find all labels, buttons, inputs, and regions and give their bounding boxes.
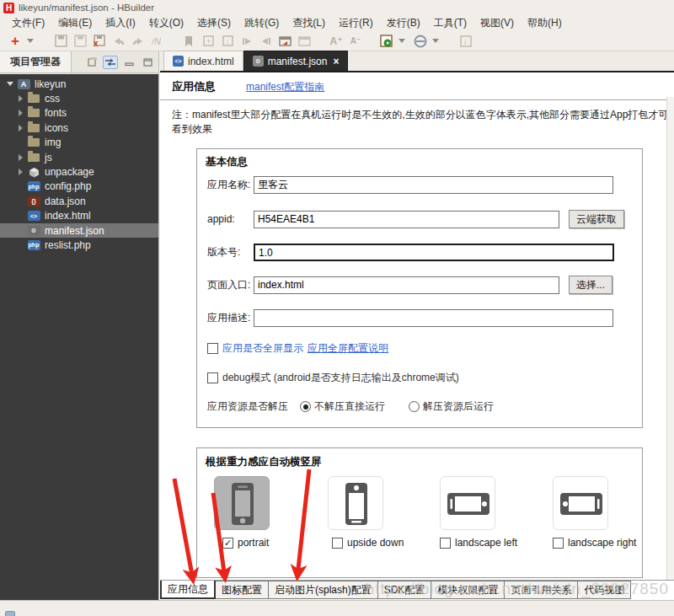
- bookmark-icon[interactable]: [180, 34, 197, 49]
- minimize-panel-icon[interactable]: [121, 56, 136, 69]
- fullscreen-guide-link[interactable]: 应用全屏配置说明: [308, 341, 388, 356]
- save-icon[interactable]: [52, 34, 69, 49]
- format-code-icon[interactable]: /N: [149, 34, 166, 49]
- tree-item-manifest-json[interactable]: ⚙ manifest.json: [0, 223, 158, 238]
- expander-icon[interactable]: [5, 82, 15, 86]
- menu-bar: 文件(F) 编辑(E) 插入(I) 转义(O) 选择(S) 跳转(G) 查找(L…: [0, 15, 674, 31]
- upside-down-label: upside down: [347, 537, 404, 549]
- run-icon[interactable]: [378, 34, 395, 49]
- new-caret-icon[interactable]: [27, 39, 34, 43]
- browser-preview-icon[interactable]: [412, 34, 429, 49]
- menu-file[interactable]: 文件(F): [5, 14, 51, 32]
- choose-entry-button[interactable]: 选择...: [569, 276, 612, 294]
- tree-item-img[interactable]: img: [0, 136, 158, 150]
- landscape-right-tile[interactable]: [553, 476, 608, 530]
- run-without-unzip-label: 不解压直接运行: [314, 399, 385, 414]
- tree-item-js[interactable]: js: [0, 150, 158, 164]
- title-bar: H likeyun/manifest.json - HBuilder: [0, 0, 674, 15]
- version-label: 版本号:: [207, 245, 254, 260]
- menu-find[interactable]: 查找(L): [286, 14, 332, 32]
- expander-icon[interactable]: [15, 125, 25, 131]
- switch-window-icon[interactable]: [297, 34, 313, 49]
- new-plus-icon[interactable]: +: [7, 34, 24, 49]
- jump-next-icon[interactable]: [258, 34, 275, 49]
- menu-view[interactable]: 视图(V): [473, 14, 521, 32]
- save-close-icon[interactable]: x: [91, 34, 108, 49]
- link-with-editor-icon[interactable]: [103, 56, 118, 69]
- font-increase-icon[interactable]: A⁺: [328, 34, 345, 49]
- tree-item-css[interactable]: css: [0, 91, 158, 105]
- jump-previous-icon[interactable]: [238, 34, 255, 49]
- content-scrollbar[interactable]: [666, 97, 674, 603]
- manifest-guide-link[interactable]: manifest配置指南: [246, 80, 324, 94]
- tab-sdk-config[interactable]: SDK配置: [378, 581, 432, 599]
- tab-manifest-json[interactable]: ⚙ manifest.json ×: [243, 51, 349, 71]
- tab-code-view[interactable]: 代码视图: [578, 581, 631, 599]
- maximize-panel-icon[interactable]: [140, 56, 155, 69]
- orientation-groupbox: 根据重力感应自动横竖屏: [196, 447, 643, 578]
- description-input[interactable]: [254, 309, 613, 327]
- expander-icon[interactable]: [15, 95, 25, 102]
- run-after-unzip-radio[interactable]: [409, 401, 420, 412]
- browser-caret-icon[interactable]: [432, 39, 439, 43]
- undo-icon[interactable]: [110, 34, 127, 49]
- run-after-unzip-label: 解压资源后运行: [423, 399, 494, 414]
- menu-help[interactable]: 帮助(H): [521, 14, 569, 32]
- import-file-icon[interactable]: ↓: [219, 34, 236, 49]
- fullscreen-checkbox[interactable]: [207, 343, 218, 354]
- new-file-icon[interactable]: +: [200, 34, 217, 49]
- html-file-icon: <>: [173, 56, 184, 67]
- appid-input[interactable]: [254, 211, 559, 228]
- run-without-unzip-radio[interactable]: [300, 401, 311, 412]
- open-in-window-icon[interactable]: [277, 34, 294, 49]
- tree-item-unpackage[interactable]: unpackage: [0, 164, 158, 179]
- cloud-fetch-button[interactable]: 云端获取: [569, 210, 624, 228]
- tree-item-reslist-php[interactable]: php reslist.php: [0, 238, 158, 252]
- expander-icon[interactable]: [15, 169, 25, 175]
- run-caret-icon[interactable]: [399, 39, 405, 43]
- menu-publish[interactable]: 发行(B): [380, 14, 427, 32]
- project-icon: A: [17, 78, 30, 89]
- about-info-icon[interactable]: i: [457, 34, 474, 49]
- expander-icon[interactable]: [15, 154, 25, 161]
- tree-item-index-html[interactable]: <> index.html: [0, 209, 158, 223]
- menu-escape[interactable]: 转义(O): [142, 14, 190, 32]
- tree-item-likeyun[interactable]: A likeyun: [0, 77, 158, 91]
- entry-page-input[interactable]: [254, 276, 559, 294]
- tree-item-config-php[interactable]: php config.php: [0, 179, 158, 194]
- tab-index-html[interactable]: <> index.html: [163, 51, 243, 71]
- collapse-all-icon[interactable]: [84, 56, 99, 69]
- menu-tools[interactable]: 工具(T): [427, 14, 473, 32]
- upside-down-checkbox[interactable]: [332, 538, 343, 549]
- landscape-left-tile[interactable]: [440, 476, 495, 530]
- expander-icon[interactable]: [15, 110, 25, 116]
- menu-edit[interactable]: 编辑(E): [51, 14, 99, 32]
- font-decrease-icon[interactable]: A⁻: [347, 34, 364, 49]
- project-manager-tab[interactable]: 项目管理器: [0, 51, 72, 72]
- debug-checkbox[interactable]: [207, 372, 218, 383]
- menu-select[interactable]: 选择(S): [190, 14, 238, 32]
- tab-splash-config[interactable]: 启动图片(splash)配置: [269, 581, 378, 599]
- tree-item-icons[interactable]: icons: [0, 121, 158, 135]
- menu-insert[interactable]: 插入(I): [99, 14, 142, 32]
- unzip-label: 应用资源是否解压: [207, 399, 288, 414]
- app-name-input[interactable]: [254, 176, 613, 194]
- portrait-tile[interactable]: [214, 476, 270, 530]
- tab-module-permission-config[interactable]: 模块权限配置: [431, 581, 505, 599]
- menu-goto[interactable]: 跳转(G): [238, 14, 286, 32]
- landscape-right-checkbox[interactable]: [553, 538, 564, 549]
- close-tab-icon[interactable]: ×: [333, 56, 339, 67]
- tab-app-info[interactable]: 应用信息: [160, 581, 216, 599]
- debug-label: debug模式 (android是否支持日志输出及chrome调试): [222, 371, 459, 385]
- version-input[interactable]: [254, 244, 614, 261]
- tab-page-reference[interactable]: 页面引用关系: [505, 581, 578, 599]
- landscape-left-checkbox[interactable]: [440, 538, 451, 549]
- redo-icon[interactable]: [130, 34, 147, 49]
- upside-down-tile[interactable]: [328, 476, 383, 530]
- portrait-checkbox[interactable]: [222, 538, 233, 549]
- menu-run[interactable]: 运行(R): [332, 14, 380, 32]
- tree-item-data-json[interactable]: {} data.json: [0, 194, 158, 208]
- tree-item-fonts[interactable]: fonts: [0, 106, 158, 121]
- save-all-icon[interactable]: [72, 34, 88, 49]
- tab-icon-config[interactable]: 图标配置: [216, 581, 269, 599]
